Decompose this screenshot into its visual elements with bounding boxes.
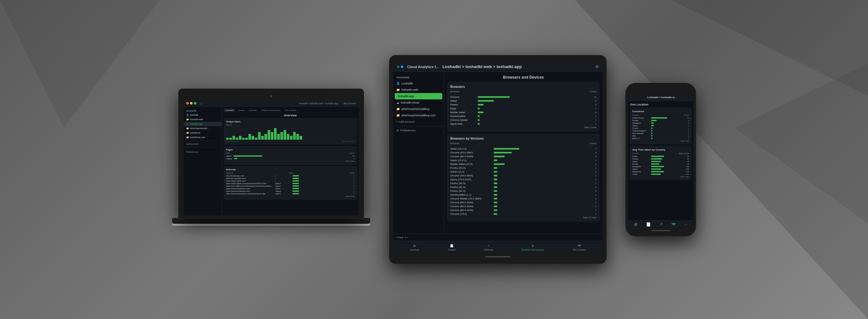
row-count: 1 — [595, 212, 596, 215]
ipad-bezel: Cloud Analytics f... Loshadki > loshadki… — [389, 55, 607, 264]
sidebar-add-account[interactable]: Add account — [184, 142, 222, 146]
row-browser-ver: Opera (79.0.4143) — [450, 178, 492, 181]
row-browser-ver: Chrome (86.0.4240) — [450, 209, 492, 212]
row-bar — [651, 127, 652, 129]
row-referral: http://deweyapp.com/ — [226, 175, 274, 177]
row-browser: Edge — [450, 107, 476, 110]
ipad-sidebar-section: Accounts — [393, 75, 444, 80]
iphone-nav-referrals[interactable]: ↗ — [659, 222, 663, 227]
bar-item — [226, 138, 229, 140]
row-browser-ver: Chrome (93.0.4587) — [450, 151, 492, 154]
row-browser-ver: Mobile Safari (15.0) — [450, 163, 492, 166]
bar-item — [271, 132, 273, 140]
ipad-sidebar-whichmac[interactable]: 📁 whichmachshouldibuy — [393, 106, 444, 112]
ipad-sidebar-app[interactable]: loshadki.app — [395, 93, 442, 99]
iphone-main: Geo Location Countries Country Count Uni… — [628, 101, 693, 220]
bar-item — [280, 132, 283, 140]
ipad-sidebar-loshadki[interactable]: 👤 Loshadki — [393, 80, 444, 87]
back-button[interactable]: ‹ — [631, 96, 632, 99]
bar-item — [245, 138, 248, 140]
tab-content[interactable]: Content — [236, 109, 246, 112]
row-browser: Chrome Mobile — [450, 119, 476, 121]
main-scene: ◻ loshadki > loshadki-web > loshadki.app… — [0, 0, 868, 319]
sidebar-item-autoldman-com[interactable]: 📁 autoldman.com — [184, 135, 222, 140]
row-bar — [478, 100, 494, 102]
table-row: Italy 1 — [632, 135, 689, 137]
avg-time-section: Avg Time taken by Country Country Millis… — [630, 146, 691, 180]
sidebar-preferences[interactable]: Preferences — [184, 150, 222, 154]
browsers-rows: Chrome 16 Safari 8 Firefox 3 Edge 1 Mobi… — [450, 95, 596, 125]
app-breadcrumb: loshadki > loshadki-web > loshadki.app — [299, 102, 338, 105]
tab-overview[interactable]: Overview — [224, 109, 235, 112]
iphone-nav-more[interactable]: ··· — [684, 222, 687, 227]
browsers-nav-icon: 🖥 — [531, 243, 535, 248]
sidebar-item-whichmac[interactable]: 📁 whichmacshouldI... — [184, 126, 222, 131]
iphone-nav-geo[interactable]: 🗺 — [672, 222, 676, 227]
user-icon-ipad: 👤 — [396, 82, 400, 85]
browsers-header: Browser Count — [450, 90, 596, 94]
table-row: https://www.autoldman.com/ /open/ 1 — [226, 187, 354, 190]
pagination-text[interactable]: < Page: 1 > — [395, 236, 408, 239]
iphone-bezel: ‹ Loshadki > loshadki-w... Geo Location … — [626, 83, 696, 236]
row-path: /open/ — [226, 155, 231, 157]
iphone-screen: ‹ Loshadki > loshadki-w... Geo Location … — [628, 94, 693, 228]
ipad-add-account[interactable]: + Add account — [393, 119, 444, 125]
iphone-nav-overview[interactable]: ⊞ — [634, 222, 638, 227]
row-count: 1 — [595, 159, 596, 162]
countries-rows: United States 12 Russia 4 Singapore 2 Ja… — [632, 117, 689, 139]
bar-item — [232, 136, 235, 140]
ipad-sidebar-whichmac-com[interactable]: 📁 whichmachshouldibuy.com — [393, 112, 444, 119]
referrals-total: Total: 9 rows — [226, 195, 354, 197]
pages-section: Pages Path Count /open/ 38 /ragup/ 4 Tot… — [224, 146, 357, 164]
ipad-preferences[interactable]: ⚙ Preferences — [393, 127, 444, 134]
ipad-nav-referrals[interactable]: ↗ Referrals — [484, 243, 493, 251]
table-row: Safari (15.0.1) 1 — [450, 159, 596, 162]
row-count: 1 — [688, 132, 689, 134]
row-bar — [651, 166, 664, 167]
traffic-light-green[interactable] — [194, 102, 196, 105]
ipad-nav-overview[interactable]: ⊞ Overview — [410, 243, 419, 251]
tab-geo[interactable]: Geo Location — [283, 109, 298, 112]
sidebar-item-loshadki-web[interactable]: 📁 loshadki-web — [184, 117, 222, 122]
content-nav-icon: 📄 — [449, 243, 454, 248]
settings-icon[interactable]: ⚙ — [595, 64, 599, 69]
bar-item — [255, 138, 257, 140]
row-country-avg: China — [632, 173, 650, 175]
row-count: 1 — [351, 180, 354, 182]
ipad-nav-geo[interactable]: 🗺 Geo Location — [572, 243, 586, 251]
row-bar — [478, 104, 484, 106]
ipad-sidebar-cloud[interactable]: ☁ loshadki-cloud — [393, 99, 444, 106]
table-row: Opera (79.0.4143) 1 — [450, 178, 596, 181]
ipad-bottom-nav: ⊞ Overview 📄 Content ↗ Referrals 🖥 — [393, 241, 602, 254]
table-row: New Zealand 1 — [632, 132, 689, 134]
tab-browsers[interactable]: Browsers and Devices — [260, 109, 282, 112]
sidebar-item-loshadki-app[interactable]: ● loshadki.app — [184, 122, 222, 126]
row-path: /open/ — [275, 193, 291, 195]
row-bar — [494, 182, 497, 184]
ipad-nav-content[interactable]: 📄 Content — [448, 243, 456, 251]
browsers-total: Total: 9 rows — [450, 126, 596, 128]
sidebar-item-loshadki[interactable]: 👤 loshadki — [184, 113, 222, 117]
iphone-nav-content[interactable]: 📄 — [646, 222, 651, 227]
row-bar — [494, 163, 504, 165]
row-browser-ver: Firefox (92.0) — [450, 182, 492, 185]
row-count: 1 — [688, 138, 689, 139]
row-bar — [494, 179, 497, 180]
bar-item — [242, 138, 245, 140]
sidebar-item-autoldman[interactable]: 📁 autoldman — [184, 131, 222, 135]
table-row: Mobile Safari 3 — [450, 111, 596, 114]
app-titlebar: ◻ loshadki > loshadki-web > loshadki.app… — [184, 100, 359, 107]
row-count: 1 — [595, 107, 596, 110]
col-count: Count — [349, 152, 354, 154]
row-bar — [651, 156, 664, 157]
tab-referrals[interactable]: Referrals — [248, 109, 258, 112]
ipad-sidebar-web[interactable]: 📁 loshadki-web — [393, 87, 444, 93]
traffic-light-red[interactable] — [186, 102, 189, 105]
bar-item — [268, 130, 270, 140]
col-count-ref: Count — [349, 172, 354, 174]
row-count: 1 — [688, 135, 689, 137]
traffic-light-yellow[interactable] — [190, 102, 192, 105]
ipad-nav-browsers[interactable]: 🖥 Browsers and Devices — [522, 243, 544, 251]
unique-users-section: Unique Users Max: 6 2021-03-10 11:00 202… — [224, 118, 357, 144]
folder-icon-3: 📁 — [186, 132, 189, 134]
